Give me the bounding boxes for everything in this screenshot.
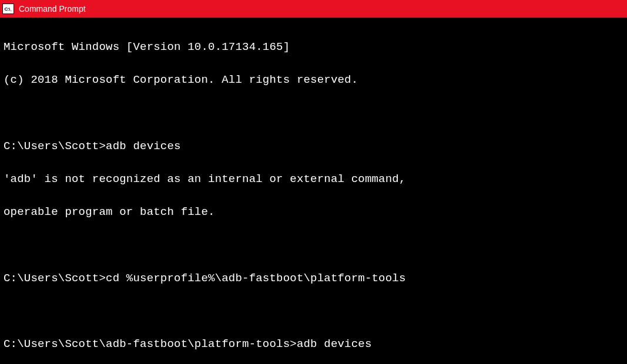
titlebar[interactable]: Command Prompt [0, 0, 627, 18]
banner-version: Microsoft Windows [Version 10.0.17134.16… [4, 41, 290, 53]
prompt: C:\Users\Scott> [4, 272, 106, 285]
command-text: adb devices [106, 140, 181, 153]
prompt: C:\Users\Scott> [4, 140, 106, 153]
terminal-content[interactable]: Microsoft Windows [Version 10.0.17134.16… [0, 18, 627, 364]
command-line: C:\Users\Scott>adb devices [4, 138, 623, 154]
blank-line [4, 105, 623, 122]
window-title: Command Prompt [19, 4, 86, 14]
blank-line [4, 237, 623, 253]
prompt: C:\Users\Scott\adb-fastboot\platform-too… [4, 338, 297, 350]
error-line: 'adb' is not recognized as an internal o… [4, 171, 623, 187]
banner-line: (c) 2018 Microsoft Corporation. All righ… [4, 72, 623, 88]
cmd-icon [2, 4, 14, 14]
banner-copyright: (c) 2018 Microsoft Corporation. All righ… [4, 73, 358, 86]
error-text: 'adb' is not recognized as an internal o… [4, 173, 406, 186]
error-text: operable program or batch file. [4, 205, 215, 218]
command-line: C:\Users\Scott\adb-fastboot\platform-too… [4, 336, 623, 352]
command-text: cd %userprofile%\adb-fastboot\platform-t… [106, 272, 405, 285]
command-text: adb devices [297, 338, 372, 350]
command-line: C:\Users\Scott>cd %userprofile%\adb-fast… [4, 270, 623, 287]
banner-line: Microsoft Windows [Version 10.0.17134.16… [4, 39, 623, 55]
blank-line [4, 303, 623, 319]
error-line: operable program or batch file. [4, 204, 623, 220]
